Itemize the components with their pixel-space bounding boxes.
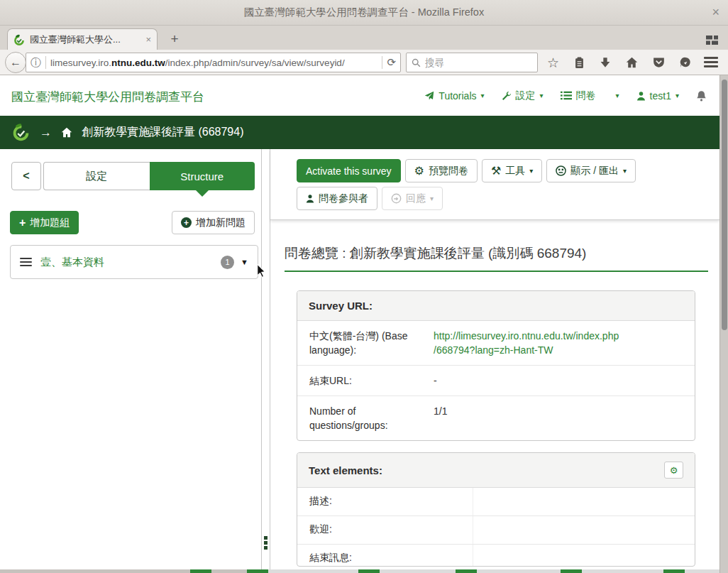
reload-icon[interactable]: ⟳ <box>387 56 396 69</box>
top-navigation: Tutorials▾ 設定▾ 問卷 ▾ <box>424 75 707 116</box>
breadcrumb-survey-title[interactable]: 創新教學實施課後評量 (668794) <box>82 125 244 140</box>
window-title: 國立臺灣師範大學公用問卷調查平台 - Mozilla Firefox <box>244 6 484 19</box>
plus-icon: + <box>19 217 26 229</box>
menu-hamburger-icon[interactable] <box>704 57 718 67</box>
toolbar-icons: ☆ <box>547 50 691 75</box>
main-content: Activate this survey ⚙ 預覽問卷 ⚒ 工具 ▾ <box>270 149 719 573</box>
tab-settings[interactable]: 設定 <box>43 162 150 190</box>
drag-handle-icon[interactable] <box>20 258 32 267</box>
chevron-down-icon: ▾ <box>540 92 544 99</box>
table-row: Number of questions/groups: 1/1 <box>297 396 695 440</box>
row-value <box>473 516 695 544</box>
survey-url-panel-title: Survey URL: <box>297 291 695 321</box>
responses-icon <box>391 193 402 204</box>
table-row: 結束訊息: <box>297 545 695 567</box>
row-value: http://limesurvey.iro.ntnu.edu.tw/index.… <box>434 321 695 365</box>
page-scrollbar[interactable] <box>719 75 728 573</box>
new-tab-button[interactable]: + <box>165 30 184 48</box>
site-brand[interactable]: 國立臺灣師範大學公用問卷調查平台 <box>11 89 204 105</box>
pocket-icon[interactable] <box>653 57 665 68</box>
row-label: Number of questions/groups: <box>297 396 434 440</box>
chevron-down-icon: ▾ <box>623 167 627 175</box>
chevron-down-icon: ▾ <box>430 195 434 202</box>
plus-circle-icon: + <box>181 217 192 228</box>
table-row: 結束URL: - <box>297 366 695 396</box>
all-tabs-icon[interactable] <box>706 35 718 45</box>
display-export-icon <box>556 165 566 176</box>
survey-action-bar: Activate this survey ⚙ 預覽問卷 ⚒ 工具 ▾ <box>270 149 719 220</box>
nav-user[interactable]: test1▾ <box>636 90 679 102</box>
url-bar[interactable]: ⓘ limesurvey.iro.ntnu.edu.tw/index.php/a… <box>26 53 401 72</box>
row-label: 中文(繁體-台灣) (Base language): <box>297 321 434 365</box>
home-breadcrumb-icon[interactable] <box>61 127 72 138</box>
sidebar-collapse-button[interactable]: < <box>11 162 41 190</box>
edit-text-elements-button[interactable]: ⚙ <box>664 462 683 479</box>
window-close-icon[interactable]: × <box>712 5 719 19</box>
site-info-icon[interactable]: ⓘ <box>31 56 41 70</box>
chevron-down-icon: ▾ <box>481 92 485 99</box>
table-row: 歡迎: <box>297 516 695 545</box>
share-icon[interactable] <box>680 57 691 68</box>
cogs-icon: ⚙ <box>670 465 678 476</box>
survey-url-panel: Survey URL: 中文(繁體-台灣) (Base language): h… <box>297 290 695 441</box>
nav-tutorials[interactable]: Tutorials▾ <box>424 90 484 102</box>
bookmark-star-icon[interactable]: ☆ <box>547 56 559 70</box>
survey-participants-button[interactable]: 問卷參與者 <box>297 187 377 210</box>
breadcrumb: → 創新教學實施課後評量 (668794) <box>0 116 728 149</box>
chevron-down-icon: ▾ <box>675 92 679 99</box>
tab-structure[interactable]: Structure <box>150 162 255 190</box>
limesurvey-favicon-icon <box>13 34 25 45</box>
group-caret-icon[interactable]: ▼ <box>241 258 248 266</box>
url-text: limesurvey.iro.ntnu.edu.tw/index.php/adm… <box>50 58 377 68</box>
downloads-icon[interactable] <box>600 57 611 68</box>
search-box[interactable] <box>406 53 538 72</box>
tools-icon: ⚒ <box>491 165 501 177</box>
back-button[interactable]: ← <box>5 52 26 73</box>
survey-overview-heading: 問卷總覽 : 創新教學實施課後評量 (識別碼 668794) <box>285 244 708 272</box>
limesurvey-logo-icon[interactable] <box>11 123 31 142</box>
sidebar-resize-gutter[interactable] <box>262 149 270 573</box>
urlbar-separator <box>45 56 46 69</box>
action-row-1: Activate this survey ⚙ 預覽問卷 ⚒ 工具 ▾ <box>297 159 636 182</box>
add-group-button[interactable]: + 增加題組 <box>10 211 79 234</box>
tools-button[interactable]: ⚒ 工具 ▾ <box>482 159 542 182</box>
display-export-button[interactable]: 顯示 / 匯出 ▾ <box>546 159 636 182</box>
row-label: 結束訊息: <box>297 545 473 567</box>
preview-survey-button[interactable]: ⚙ 預覽問卷 <box>405 159 478 182</box>
mouse-cursor <box>256 263 267 279</box>
row-label: 結束URL: <box>297 366 434 395</box>
action-row-2: 問卷參與者 回應 ▾ <box>297 187 443 210</box>
gear-icon: ⚙ <box>414 165 424 177</box>
row-value <box>473 488 695 515</box>
nav-surveys[interactable]: 問卷 ▾ <box>561 89 619 102</box>
browser-tab[interactable]: 國立臺灣師範大學公... × <box>7 28 158 50</box>
urlbar-separator <box>382 56 382 69</box>
nav-settings[interactable]: 設定▾ <box>502 89 544 102</box>
resize-grip-icon <box>264 536 268 550</box>
activate-survey-button[interactable]: Activate this survey <box>297 159 401 182</box>
question-group-item[interactable]: 壹、基本資料 1 ▼ <box>10 245 258 279</box>
add-question-button[interactable]: + 增加新問題 <box>172 211 255 234</box>
search-input[interactable] <box>425 58 517 68</box>
firefox-window: 國立臺灣師範大學公用問卷調查平台 - Mozilla Firefox × 國立臺… <box>0 0 728 573</box>
chevron-down-icon: ▾ <box>529 167 533 175</box>
breadcrumb-arrow-icon: → <box>40 126 52 140</box>
responses-button[interactable]: 回應 ▾ <box>382 187 443 210</box>
wrench-icon <box>502 91 512 101</box>
survey-url-link[interactable]: http://limesurvey.iro.ntnu.edu.tw/index.… <box>434 330 619 356</box>
notification-bell-icon[interactable] <box>696 90 707 102</box>
row-value <box>473 545 695 567</box>
library-icon[interactable] <box>574 57 585 69</box>
row-value: 1/1 <box>434 396 695 440</box>
home-icon[interactable] <box>626 57 638 68</box>
tab-close-icon[interactable]: × <box>145 34 151 45</box>
table-row: 中文(繁體-台灣) (Base language): http://limesu… <box>297 321 695 366</box>
group-title[interactable]: 壹、基本資料 <box>40 256 221 269</box>
browser-navbar: ← ⓘ limesurvey.iro.ntnu.edu.tw/index.php… <box>0 50 728 75</box>
user-icon <box>306 194 314 203</box>
search-icon <box>412 58 421 67</box>
row-value: - <box>434 366 695 395</box>
scrollbar-thumb[interactable] <box>722 80 727 330</box>
sidebar-tabs: < 設定 Structure <box>11 162 255 190</box>
sidebar: < 設定 Structure + 增加題組 + 增加新問題 壹、基本資料 1 ▼ <box>0 149 262 573</box>
